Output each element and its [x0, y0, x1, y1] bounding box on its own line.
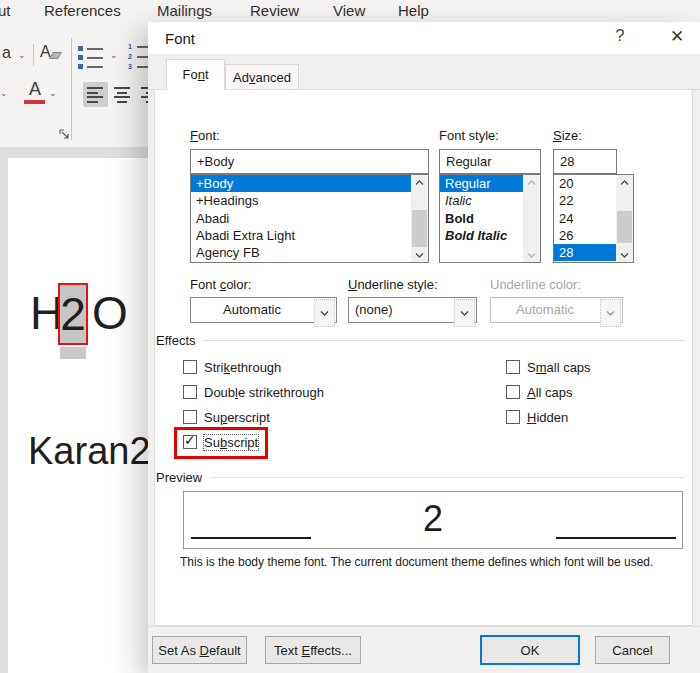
align-center-icon[interactable] [110, 82, 135, 107]
group-divider [203, 340, 685, 341]
dialog-titlebar: Font ? ✕ [148, 22, 700, 54]
baseline-rule [556, 537, 676, 539]
checkbox-box[interactable]: ✓ [506, 410, 520, 424]
underline-style-dropdown[interactable]: (none) [348, 297, 477, 323]
superscript-checkbox[interactable]: ✓ Superscript [183, 409, 270, 425]
change-case-icon[interactable]: a [2, 44, 11, 62]
numbered-list-icon[interactable]: 1 2 3 [128, 43, 149, 73]
font-color-swatch [24, 100, 45, 104]
cancel-button[interactable]: Cancel [595, 636, 670, 664]
list-item[interactable]: Abadi Extra Light [191, 227, 428, 244]
list-item[interactable]: +Body [191, 175, 428, 192]
scrollbar[interactable] [523, 175, 540, 262]
ribbon-tab-layout[interactable]: ut [0, 2, 11, 19]
ribbon-tab-mailings[interactable]: Mailings [157, 2, 212, 19]
font-name-input[interactable]: +Body [190, 149, 429, 174]
font-color-label: Font color: [190, 277, 251, 292]
selection-handle[interactable] [60, 347, 86, 359]
tab-font[interactable]: Font [166, 59, 225, 90]
ok-button[interactable]: OK [480, 635, 580, 665]
hidden-checkbox[interactable]: ✓ Hidden [506, 409, 568, 425]
checkbox-box[interactable]: ✓ [183, 360, 197, 374]
divider [33, 44, 34, 66]
checkbox-box[interactable]: ✓ [183, 410, 197, 424]
tab-strip: Font Advanced [148, 54, 700, 90]
chevron-down-icon[interactable]: ⌄ [0, 88, 8, 98]
word-window: ut References Mailings Review View Help … [0, 0, 700, 673]
dialog-title: Font [165, 30, 195, 47]
checkbox-box[interactable]: ✓ [506, 360, 520, 374]
selected-character-2: 2 [58, 283, 88, 345]
chevron-down-icon[interactable]: ⌄ [49, 88, 57, 98]
tab-advanced[interactable]: Advanced [225, 64, 299, 91]
ribbon-tab-review[interactable]: Review [250, 2, 299, 19]
list-item[interactable]: Agency FB [191, 244, 428, 261]
font-color-dropdown[interactable]: Automatic [190, 297, 337, 323]
underline-color-dropdown: Automatic [490, 297, 623, 323]
font-style-input[interactable]: Regular [439, 149, 541, 174]
scrollbar[interactable] [411, 175, 428, 262]
document-paragraph: Karan2 [28, 430, 151, 473]
underline-color-label: Underline color: [490, 277, 581, 292]
document-text-o: O [92, 286, 128, 340]
chevron-down-icon [600, 299, 621, 327]
chevron-down-icon[interactable] [314, 299, 335, 327]
size-input[interactable]: 28 [553, 149, 617, 174]
help-icon[interactable]: ? [610, 27, 630, 45]
ribbon-tab-help[interactable]: Help [398, 2, 429, 19]
font-name-listbox[interactable]: +Body +Headings Abadi Abadi Extra Light … [190, 174, 429, 263]
checkbox-box[interactable]: ✓ [183, 385, 197, 399]
all-caps-checkbox[interactable]: ✓ All caps [506, 384, 573, 400]
scroll-down-icon[interactable] [411, 247, 428, 262]
font-style-listbox[interactable]: Regular Italic Bold Bold Italic [439, 174, 541, 263]
size-listbox[interactable]: 20 22 24 26 28 [553, 174, 634, 263]
set-as-default-button[interactable]: Set As Default [152, 636, 247, 664]
text-effects-button[interactable]: Text Effects... [265, 636, 361, 664]
strikethrough-checkbox[interactable]: ✓ Strikethrough [183, 359, 281, 375]
close-icon[interactable]: ✕ [666, 26, 688, 47]
size-label: Size: [553, 128, 582, 143]
subscript-highlight-annotation [174, 427, 268, 459]
preview-description: This is the body theme font. The current… [180, 555, 685, 569]
scroll-up-icon [523, 175, 540, 190]
underline-style-label: Underline style: [348, 277, 438, 292]
list-item[interactable]: Abadi [191, 210, 428, 227]
chevron-down-icon[interactable]: ⌄ [110, 50, 118, 60]
preview-box: 2 [183, 491, 683, 549]
scroll-up-icon[interactable] [411, 175, 428, 190]
paragraph-dialog-launcher-icon[interactable] [58, 126, 70, 144]
scrollbar-thumb[interactable] [617, 211, 632, 243]
checkbox-box[interactable]: ✓ [506, 385, 520, 399]
scrollbar[interactable] [616, 175, 633, 262]
ribbon-tab-references[interactable]: References [44, 2, 121, 19]
font-label: Font: [190, 128, 220, 143]
ribbon-tab-view[interactable]: View [333, 2, 365, 19]
font-color-icon[interactable]: A [24, 80, 46, 98]
scrollbar-thumb[interactable] [412, 210, 427, 247]
scroll-down-icon [523, 247, 540, 262]
effects-group-label: Effects [156, 333, 196, 348]
scroll-up-icon[interactable] [616, 175, 633, 190]
chevron-down-icon[interactable] [454, 299, 475, 327]
small-caps-checkbox[interactable]: ✓ Small caps [506, 359, 591, 375]
group-divider [210, 477, 685, 478]
bullet-list-icon[interactable] [78, 46, 103, 73]
scroll-down-icon[interactable] [616, 247, 633, 262]
divider [71, 38, 72, 140]
preview-group-label: Preview [156, 470, 202, 485]
font-dialog: Font ? ✕ Font Advanced Font: +Body +Body… [148, 22, 700, 673]
chevron-down-icon[interactable]: ⌄ [18, 50, 26, 60]
preview-sample-text: 2 [184, 498, 682, 540]
clear-formatting-icon[interactable]: A [40, 43, 51, 60]
double-strikethrough-checkbox[interactable]: ✓ Double strikethrough [183, 384, 324, 400]
font-style-label: Font style: [439, 128, 499, 143]
list-item[interactable]: +Headings [191, 192, 428, 209]
align-left-icon[interactable] [83, 82, 108, 107]
